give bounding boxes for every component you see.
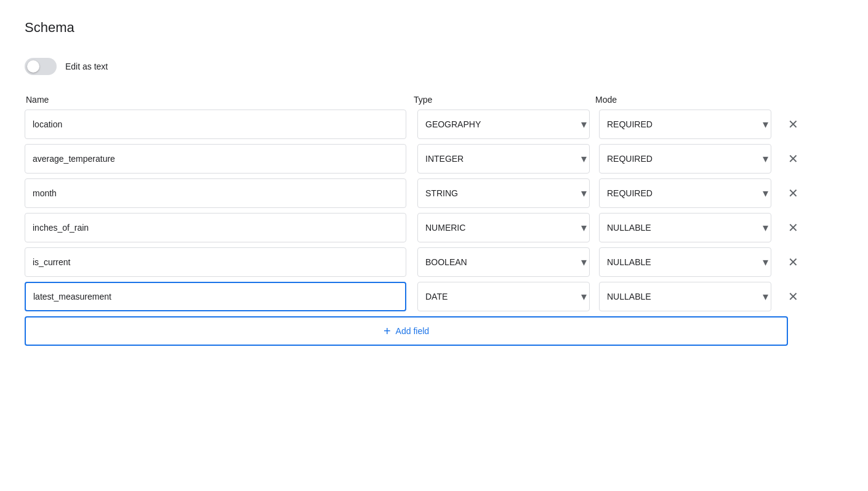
remove-field-button[interactable]: ✕ xyxy=(781,250,805,274)
table-row: GEOGRAPHYINTEGERSTRINGNUMERICBOOLEANDATE… xyxy=(25,213,843,242)
field-name-input[interactable] xyxy=(25,110,406,139)
field-name-input[interactable] xyxy=(25,213,406,242)
table-row: GEOGRAPHYINTEGERSTRINGNUMERICBOOLEANDATE… xyxy=(25,247,843,277)
schema-headers: Name Type Mode xyxy=(25,95,843,105)
type-select-wrapper: GEOGRAPHYINTEGERSTRINGNUMERICBOOLEANDATE… xyxy=(412,110,594,139)
type-select[interactable]: GEOGRAPHYINTEGERSTRINGNUMERICBOOLEANDATE… xyxy=(417,247,590,277)
schema-rows: GEOGRAPHYINTEGERSTRINGNUMERICBOOLEANDATE… xyxy=(25,110,843,311)
edit-as-text-toggle[interactable] xyxy=(25,58,57,75)
remove-field-button[interactable]: ✕ xyxy=(781,284,805,309)
add-field-label: Add field xyxy=(396,326,429,336)
type-select-wrapper: GEOGRAPHYINTEGERSTRINGNUMERICBOOLEANDATE… xyxy=(412,178,594,208)
mode-select[interactable]: NULLABLEREQUIREDREPEATED xyxy=(599,144,771,174)
toggle-track xyxy=(25,58,57,75)
remove-field-button[interactable]: ✕ xyxy=(781,112,805,137)
type-select-wrapper: GEOGRAPHYINTEGERSTRINGNUMERICBOOLEANDATE… xyxy=(412,247,594,277)
mode-select[interactable]: NULLABLEREQUIREDREPEATED xyxy=(599,178,771,208)
field-name-input[interactable] xyxy=(25,144,406,174)
header-name: Name xyxy=(26,95,414,105)
header-type: Type xyxy=(414,95,595,105)
mode-select-wrapper: NULLABLEREQUIREDREPEATED▾ xyxy=(594,110,776,139)
type-select-wrapper: GEOGRAPHYINTEGERSTRINGNUMERICBOOLEANDATE… xyxy=(412,144,594,174)
toggle-thumb xyxy=(27,60,39,73)
mode-select[interactable]: NULLABLEREQUIREDREPEATED xyxy=(599,247,771,277)
remove-field-button[interactable]: ✕ xyxy=(781,146,805,171)
type-select-wrapper: GEOGRAPHYINTEGERSTRINGNUMERICBOOLEANDATE… xyxy=(412,282,594,311)
type-select[interactable]: GEOGRAPHYINTEGERSTRINGNUMERICBOOLEANDATE… xyxy=(417,110,590,139)
table-row: GEOGRAPHYINTEGERSTRINGNUMERICBOOLEANDATE… xyxy=(25,144,843,174)
type-select[interactable]: GEOGRAPHYINTEGERSTRINGNUMERICBOOLEANDATE… xyxy=(417,213,590,242)
mode-select[interactable]: NULLABLEREQUIREDREPEATED xyxy=(599,110,771,139)
type-select[interactable]: GEOGRAPHYINTEGERSTRINGNUMERICBOOLEANDATE… xyxy=(417,178,590,208)
table-row: GEOGRAPHYINTEGERSTRINGNUMERICBOOLEANDATE… xyxy=(25,178,843,208)
field-name-input[interactable] xyxy=(25,178,406,208)
edit-as-text-label: Edit as text xyxy=(65,62,108,71)
mode-select-wrapper: NULLABLEREQUIREDREPEATED▾ xyxy=(594,282,776,311)
page-title: Schema xyxy=(25,20,843,36)
mode-select-wrapper: NULLABLEREQUIREDREPEATED▾ xyxy=(594,213,776,242)
mode-select-wrapper: NULLABLEREQUIREDREPEATED▾ xyxy=(594,178,776,208)
remove-field-button[interactable]: ✕ xyxy=(781,181,805,206)
type-select[interactable]: GEOGRAPHYINTEGERSTRINGNUMERICBOOLEANDATE… xyxy=(417,282,590,311)
mode-select[interactable]: NULLABLEREQUIREDREPEATED xyxy=(599,282,771,311)
type-select[interactable]: GEOGRAPHYINTEGERSTRINGNUMERICBOOLEANDATE… xyxy=(417,144,590,174)
header-mode: Mode xyxy=(595,95,777,105)
add-field-button[interactable]: + Add field xyxy=(25,316,788,346)
mode-select[interactable]: NULLABLEREQUIREDREPEATED xyxy=(599,213,771,242)
table-row: GEOGRAPHYINTEGERSTRINGNUMERICBOOLEANDATE… xyxy=(25,110,843,139)
field-name-input[interactable] xyxy=(25,282,406,311)
field-name-input[interactable] xyxy=(25,247,406,277)
type-select-wrapper: GEOGRAPHYINTEGERSTRINGNUMERICBOOLEANDATE… xyxy=(412,213,594,242)
edit-as-text-row: Edit as text xyxy=(25,58,843,75)
mode-select-wrapper: NULLABLEREQUIREDREPEATED▾ xyxy=(594,144,776,174)
add-field-plus-icon: + xyxy=(384,325,391,337)
mode-select-wrapper: NULLABLEREQUIREDREPEATED▾ xyxy=(594,247,776,277)
table-row: GEOGRAPHYINTEGERSTRINGNUMERICBOOLEANDATE… xyxy=(25,282,843,311)
remove-field-button[interactable]: ✕ xyxy=(781,215,805,240)
